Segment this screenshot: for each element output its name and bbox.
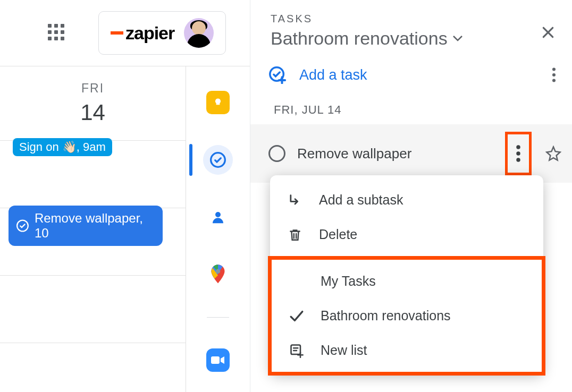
menu-label: Delete <box>319 227 357 242</box>
task-more-button[interactable] <box>505 132 532 175</box>
svg-point-10 <box>516 151 520 155</box>
calendar-header: FRI 14 <box>0 66 186 130</box>
tasks-icon <box>209 151 226 168</box>
menu-new-list[interactable]: New list <box>272 333 542 368</box>
close-icon <box>541 25 555 39</box>
calendar-column: FRI 14 Sign on 👋🏻, 9am Remove wallpaper,… <box>0 66 186 392</box>
rail-divider <box>207 317 229 318</box>
avatar[interactable] <box>184 18 214 48</box>
calendar-event-signon[interactable]: Sign on 👋🏻, 9am <box>13 138 112 156</box>
menu-bathroom-renovations[interactable]: Bathroom renovations <box>272 299 542 333</box>
calendar-date: 14 <box>0 100 186 125</box>
brand-pill[interactable]: zapier <box>98 11 226 55</box>
menu-add-subtask[interactable]: Add a subtask <box>270 183 543 217</box>
svg-point-8 <box>552 79 556 82</box>
menu-label: Add a subtask <box>319 192 403 208</box>
svg-point-3 <box>216 269 221 274</box>
add-task-label: Add a task <box>299 67 367 83</box>
menu-delete[interactable]: Delete <box>270 217 543 252</box>
rail-maps-button[interactable] <box>203 260 233 289</box>
menu-label: New list <box>321 343 367 358</box>
task-date-label: FRI, JUL 14 <box>250 93 572 124</box>
menu-label: Bathroom renovations <box>321 308 451 323</box>
brand-name: zapier <box>125 23 174 44</box>
tasks-header: TASKS Bathroom renovations <box>250 0 572 56</box>
task-check-icon <box>16 219 29 233</box>
zoom-icon <box>206 348 230 372</box>
menu-lists-highlight: My Tasks Bathroom renovations New list <box>268 256 545 376</box>
calendar-grid[interactable]: Sign on 👋🏻, 9am Remove wallpaper, 10 <box>0 140 186 343</box>
task-row[interactable]: Remove wallpaper <box>250 124 572 183</box>
apps-grid-icon[interactable] <box>48 24 67 43</box>
list-more-button[interactable] <box>552 67 556 82</box>
svg-point-6 <box>552 67 556 71</box>
brand-logo: zapier <box>111 23 174 44</box>
kebab-icon <box>552 67 556 82</box>
rail-tasks-button[interactable] <box>203 145 233 175</box>
kebab-icon <box>516 145 520 162</box>
trash-icon <box>286 227 304 242</box>
task-star-button[interactable] <box>545 146 561 161</box>
svg-point-9 <box>516 145 520 149</box>
svg-rect-12 <box>291 345 301 354</box>
calendar-dow: FRI <box>0 81 186 96</box>
tasks-list-dropdown[interactable]: Bathroom renovations <box>271 28 556 49</box>
keep-icon <box>206 91 230 114</box>
add-task-row[interactable]: Add a task <box>250 56 572 93</box>
chevron-down-icon <box>453 36 462 42</box>
calendar-event-label: Remove wallpaper, 10 <box>35 211 155 241</box>
svg-point-11 <box>516 158 520 161</box>
rail-keep-button[interactable] <box>203 88 233 117</box>
subtask-arrow-icon <box>286 193 304 208</box>
contacts-icon <box>210 209 226 225</box>
close-button[interactable] <box>541 25 555 39</box>
task-context-menu: Add a subtask Delete My Tasks Bathroom r… <box>270 175 543 373</box>
menu-my-tasks[interactable]: My Tasks <box>272 264 542 299</box>
tasks-list-name: Bathroom renovations <box>271 28 448 49</box>
star-icon <box>545 146 561 161</box>
app-rail <box>186 66 250 392</box>
svg-point-2 <box>215 212 221 217</box>
svg-point-7 <box>552 73 556 76</box>
rail-contacts-button[interactable] <box>203 202 233 232</box>
tasks-eyebrow: TASKS <box>271 13 556 25</box>
check-icon <box>288 310 306 322</box>
task-title: Remove wallpaper <box>297 146 411 162</box>
new-list-icon <box>288 343 306 358</box>
menu-label: My Tasks <box>321 274 376 289</box>
rail-zoom-button[interactable] <box>203 345 233 375</box>
maps-pin-icon <box>210 265 226 285</box>
task-complete-circle[interactable] <box>268 145 285 162</box>
svg-rect-4 <box>211 356 220 364</box>
add-task-icon <box>268 66 287 84</box>
calendar-event-remove-wallpaper[interactable]: Remove wallpaper, 10 <box>9 206 163 246</box>
